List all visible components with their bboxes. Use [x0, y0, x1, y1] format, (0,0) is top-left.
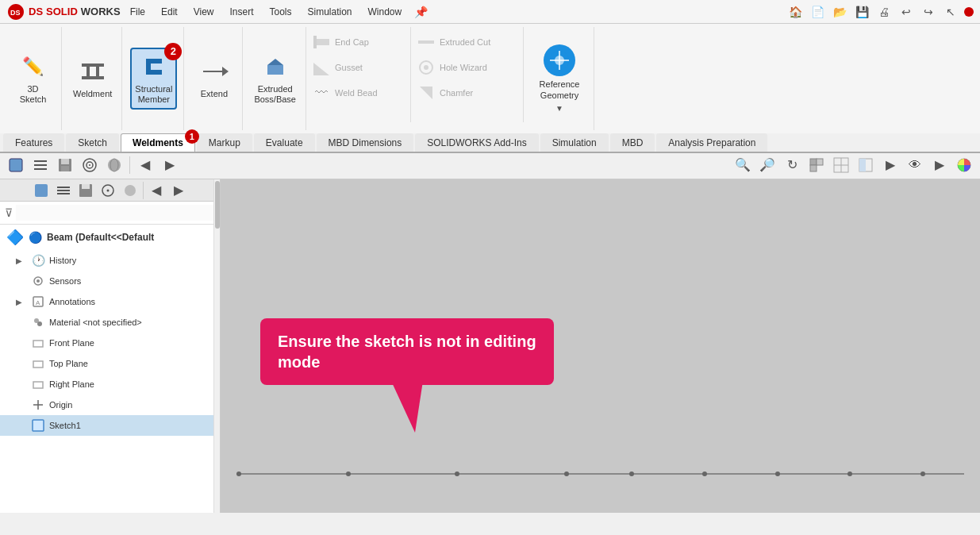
svg-point-52 — [107, 189, 110, 191]
annotations-expand[interactable]: ▶ — [16, 298, 27, 306]
menu-right-icons: 🏠 📄 📂 💾 🖨 ↩ ↪ ↖ — [786, 3, 974, 21]
tab-mbd-dimensions[interactable]: MBD Dimensions — [317, 133, 414, 152]
svg-rect-29 — [61, 166, 69, 171]
top-plane-icon — [31, 356, 45, 371]
menu-window[interactable]: Window — [362, 3, 409, 21]
home-icon[interactable]: 🏠 — [786, 3, 804, 21]
tree-item-front-plane[interactable]: ▶ Front Plane — [0, 333, 220, 353]
open-icon[interactable]: 📂 — [831, 3, 848, 21]
svg-rect-24 — [34, 160, 47, 162]
svg-marker-18 — [420, 87, 432, 99]
tree-item-annotations[interactable]: ▶ A Annotations — [0, 291, 220, 312]
menu-file[interactable]: File — [124, 3, 152, 21]
tree-item-top-plane[interactable]: ▶ Top Plane — [0, 353, 220, 374]
right-plane-label: Right Plane — [49, 379, 94, 389]
t2-icon-tree[interactable] — [29, 154, 52, 176]
t2-section[interactable] — [855, 154, 877, 176]
status-indicator — [964, 7, 974, 17]
t2-zoom-area[interactable]: 🔎 — [756, 154, 778, 176]
tree-item-sketch1[interactable]: ▶ Sketch1 — [0, 415, 220, 436]
t2-views[interactable] — [830, 154, 852, 176]
menu-simulation[interactable]: Simulation — [302, 3, 359, 21]
tree-item-history[interactable]: ▶ 🕐 History — [0, 250, 220, 271]
t2-icon-target[interactable] — [79, 154, 101, 176]
sketch-dot-6 — [702, 471, 707, 476]
svg-rect-60 — [33, 341, 43, 347]
tab-analysis-preparation[interactable]: Analysis Preparation — [656, 133, 767, 152]
sensors-label: Sensors — [49, 276, 81, 286]
tab-solidworks-addins[interactable]: SOLIDWORKS Add-Ins — [415, 133, 538, 152]
t2-view-mode[interactable]: 👁 — [904, 154, 926, 176]
t2-icon-part[interactable] — [5, 154, 27, 176]
save-icon[interactable]: 💾 — [853, 3, 870, 21]
t2-icon-arrow-right[interactable]: ▶ — [159, 154, 181, 176]
btn-reference-geometry[interactable]: ReferenceGeometry ▼ — [532, 40, 587, 117]
svg-rect-7 — [146, 70, 162, 75]
reference-geometry-icon — [544, 44, 575, 76]
extruded-cut-icon — [417, 33, 436, 52]
menu-insert[interactable]: Insert — [223, 3, 259, 21]
t2-icon-sphere[interactable] — [103, 154, 125, 176]
pin-icon[interactable]: 📌 — [414, 6, 428, 18]
tab-weldments[interactable]: Weldments 1 — [121, 133, 195, 152]
sidebar-icon-save[interactable] — [75, 179, 97, 202]
new-doc-icon[interactable]: 📄 — [809, 3, 826, 21]
svg-rect-36 — [817, 159, 823, 165]
tab-evaluate[interactable]: Evaluate — [254, 133, 315, 152]
t2-faces[interactable] — [805, 154, 828, 176]
sketch-line — [236, 473, 964, 475]
svg-rect-35 — [810, 159, 817, 165]
menu-tools[interactable]: Tools — [263, 3, 298, 21]
sidebar-search-input[interactable] — [16, 205, 215, 221]
redo-icon[interactable]: ↪ — [920, 3, 937, 21]
sidebar-icon-list[interactable] — [52, 179, 75, 202]
undo-icon[interactable]: ↩ — [897, 3, 915, 21]
print-icon[interactable]: 🖨 — [875, 3, 893, 21]
sketch-dot-7 — [775, 471, 780, 476]
sidebar-icon-target[interactable] — [97, 179, 119, 202]
history-expand[interactable]: ▶ — [16, 256, 27, 265]
weld-bead-label: Weld Bead — [335, 88, 378, 98]
ribbon-group-3dsketch: ✏️ 3DSketch — [5, 27, 62, 130]
sidebar-scroll-thumb[interactable] — [215, 181, 220, 229]
t2-display-style[interactable] — [953, 154, 975, 176]
extend-label: Extend — [201, 89, 228, 99]
tree-item-sensors[interactable]: ▶ Sensors — [0, 271, 220, 291]
sketch-dot-4 — [564, 471, 569, 476]
btn-structural-member[interactable]: StructuralMember 2 — [130, 48, 177, 110]
select-icon[interactable]: ↖ — [942, 3, 959, 21]
t2-zoom-fit[interactable]: 🔍 — [732, 154, 754, 176]
t2-icon-save[interactable] — [54, 154, 76, 176]
ribbon-col-left: End Cap Gusset 〰 Weld Bead — [308, 27, 411, 122]
sidebar-icon-next[interactable]: ▶ — [167, 179, 190, 202]
t2-arrow-right-2[interactable]: ▶ — [879, 154, 901, 176]
btn-extend[interactable]: Extend — [192, 54, 236, 102]
sensors-icon — [31, 274, 45, 288]
tree-item-origin[interactable]: ▶ Origin — [0, 395, 220, 415]
sidebar-icon-part[interactable] — [30, 179, 52, 202]
menu-edit[interactable]: Edit — [155, 3, 184, 21]
tab-features[interactable]: Features — [3, 133, 64, 152]
btn-extruded-boss[interactable]: ExtrudedBoss/Base — [251, 49, 299, 108]
sidebar-scrollbar[interactable] — [213, 179, 220, 513]
tree-item-right-plane[interactable]: ▶ Right Plane — [0, 374, 220, 395]
app-logo: DS DS SOLIDWORKS — [6, 2, 121, 21]
tab-simulation[interactable]: Simulation — [540, 133, 609, 152]
t2-icon-arrow-left[interactable]: ◀ — [134, 154, 156, 176]
tree-item-material[interactable]: ▶ Material <not specified> — [0, 312, 220, 333]
tab-markup[interactable]: Markup — [197, 133, 252, 152]
t2-arrow-right-3[interactable]: ▶ — [928, 154, 951, 176]
tab-sketch[interactable]: Sketch — [66, 133, 119, 152]
sidebar-icon-sphere[interactable] — [119, 179, 141, 202]
btn-3d-sketch[interactable]: ✏️ 3DSketch — [11, 49, 55, 108]
t2-rotate[interactable]: ↻ — [781, 154, 803, 176]
material-icon — [31, 315, 45, 329]
btn-weldment[interactable]: Weldment — [70, 54, 115, 102]
tabs-bar: Features Sketch Weldments 1 Markup Evalu… — [0, 133, 980, 153]
model-header: 🔷 🔵 Beam (Default<<Default — [0, 225, 220, 250]
tab-mbd[interactable]: MBD — [610, 133, 655, 152]
menu-view[interactable]: View — [187, 3, 221, 21]
sidebar-icon-prev[interactable]: ◀ — [145, 179, 167, 202]
ribbon-group-extend: Extend — [186, 27, 243, 130]
svg-point-53 — [125, 185, 136, 196]
